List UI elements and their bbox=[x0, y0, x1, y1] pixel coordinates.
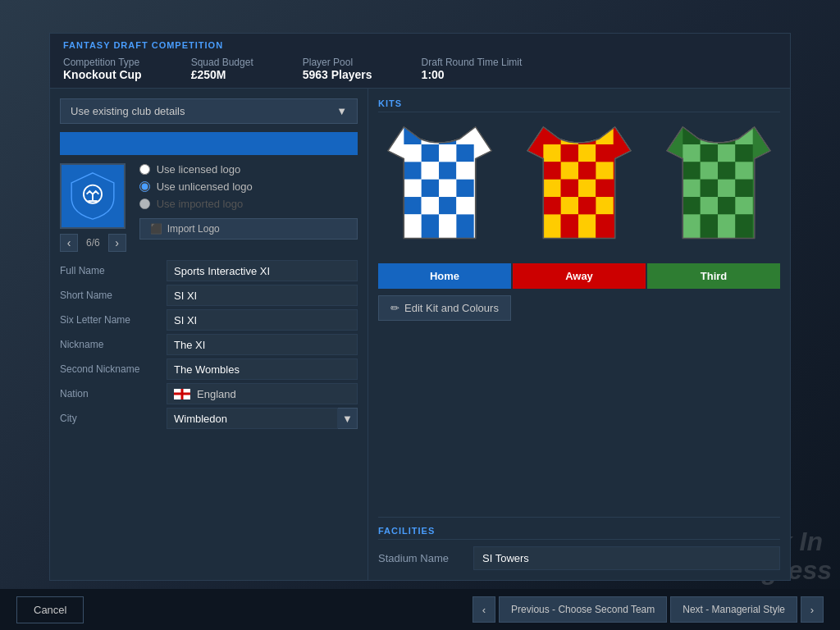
svg-rect-44 bbox=[578, 197, 596, 214]
svg-rect-30 bbox=[543, 144, 560, 162]
edit-kit-button[interactable]: ✏ Edit Kit and Colours bbox=[378, 295, 511, 321]
nation-label: Nation bbox=[60, 388, 167, 399]
svg-rect-34 bbox=[543, 162, 560, 179]
edit-kit-icon: ✏ bbox=[390, 302, 399, 314]
nickname-row: Nickname bbox=[60, 334, 358, 355]
kits-display bbox=[378, 119, 780, 250]
imported-logo-option[interactable]: Use imported logo bbox=[139, 198, 358, 210]
svg-rect-19 bbox=[422, 197, 439, 214]
svg-rect-24 bbox=[439, 214, 456, 238]
unlicensed-logo-radio[interactable] bbox=[139, 181, 150, 192]
svg-rect-63 bbox=[701, 180, 718, 197]
svg-rect-46 bbox=[543, 214, 560, 238]
draft-round-group: Draft Round Time Limit 1:00 bbox=[422, 57, 523, 81]
second-nickname-row: Second Nickname bbox=[60, 358, 358, 380]
away-kit-shirt bbox=[518, 119, 641, 250]
logo-options: Use licensed logo Use unlicensed logo Us… bbox=[139, 163, 358, 240]
right-panel: KITS bbox=[368, 89, 790, 580]
svg-rect-59 bbox=[701, 162, 718, 179]
city-input[interactable] bbox=[167, 408, 338, 429]
svg-rect-33 bbox=[596, 144, 613, 162]
licensed-logo-option[interactable]: Use licensed logo bbox=[139, 163, 358, 176]
svg-rect-14 bbox=[404, 180, 421, 197]
svg-rect-55 bbox=[701, 144, 718, 162]
city-row: City ▼ bbox=[60, 408, 358, 429]
svg-rect-45 bbox=[596, 197, 613, 214]
second-nickname-label: Second Nickname bbox=[60, 363, 167, 375]
six-letter-label: Six Letter Name bbox=[60, 314, 167, 326]
full-name-input[interactable] bbox=[167, 260, 358, 281]
competition-type-value: Knockout Cup bbox=[63, 68, 142, 81]
player-pool-group: Player Pool 5963 Players bbox=[303, 57, 372, 81]
svg-rect-37 bbox=[596, 162, 613, 179]
logo-prev-button[interactable]: ‹ bbox=[60, 234, 78, 252]
logo-next-button[interactable]: › bbox=[108, 234, 126, 252]
away-kit-button[interactable]: Away bbox=[513, 263, 646, 289]
home-kit-button[interactable]: Home bbox=[378, 263, 511, 289]
england-flag-icon bbox=[174, 389, 190, 399]
unlicensed-logo-option[interactable]: Use unlicensed logo bbox=[139, 180, 358, 193]
svg-rect-11 bbox=[422, 162, 439, 179]
nation-field: England bbox=[167, 383, 358, 404]
stadium-row: Stadium Name bbox=[378, 546, 780, 570]
logo-container: ‹ 6/6 › bbox=[60, 163, 126, 252]
player-pool-label: Player Pool bbox=[303, 57, 372, 68]
city-label: City bbox=[60, 413, 167, 424]
six-letter-row: Six Letter Name bbox=[60, 309, 358, 331]
svg-rect-17 bbox=[456, 180, 473, 197]
svg-rect-69 bbox=[735, 197, 752, 214]
short-name-input[interactable] bbox=[167, 285, 358, 306]
svg-rect-21 bbox=[456, 197, 473, 214]
svg-rect-73 bbox=[735, 214, 752, 238]
stadium-name-input[interactable] bbox=[473, 546, 780, 570]
header-stats: Competition Type Knockout Cup Squad Budg… bbox=[63, 57, 777, 81]
prev-arrow-button[interactable]: ‹ bbox=[472, 596, 495, 623]
svg-rect-71 bbox=[701, 214, 718, 238]
third-kit-button[interactable]: Third bbox=[647, 263, 780, 289]
import-logo-button[interactable]: ⬛ Import Logo bbox=[139, 218, 358, 240]
svg-rect-18 bbox=[404, 197, 421, 214]
radio-options: Use licensed logo Use unlicensed logo Us… bbox=[139, 163, 358, 210]
competition-type-label: Competition Type bbox=[63, 57, 142, 68]
svg-rect-48 bbox=[578, 214, 596, 238]
existing-club-dropdown[interactable]: Use existing club details ▼ bbox=[60, 98, 358, 124]
svg-rect-41 bbox=[596, 180, 613, 197]
city-dropdown-arrow[interactable]: ▼ bbox=[338, 408, 358, 429]
nav-buttons: ‹ Previous - Choose Second Team Next - M… bbox=[472, 596, 824, 623]
svg-rect-16 bbox=[439, 180, 456, 197]
nickname-input[interactable] bbox=[167, 334, 358, 355]
svg-rect-43 bbox=[561, 197, 578, 214]
nation-row: Nation England bbox=[60, 383, 358, 404]
prev-nav-button[interactable]: Previous - Choose Second Team bbox=[499, 596, 667, 623]
second-nickname-input[interactable] bbox=[167, 358, 358, 380]
main-modal: FANTASY DRAFT COMPETITION Competition Ty… bbox=[49, 33, 791, 581]
competition-type-group: Competition Type Knockout Cup bbox=[63, 57, 142, 81]
svg-rect-61 bbox=[735, 162, 752, 179]
svg-rect-13 bbox=[456, 162, 473, 179]
dropdown-arrow-icon: ▼ bbox=[336, 105, 347, 117]
licensed-logo-radio[interactable] bbox=[139, 164, 150, 175]
next-arrow-button[interactable]: › bbox=[801, 596, 824, 623]
city-dropdown: ▼ bbox=[167, 408, 358, 429]
svg-rect-15 bbox=[422, 180, 439, 197]
svg-rect-25 bbox=[456, 214, 473, 238]
squad-budget-group: Squad Budget £250M bbox=[191, 57, 253, 81]
svg-rect-66 bbox=[682, 197, 700, 214]
facilities-section: FACILITIES Stadium Name bbox=[378, 517, 780, 570]
svg-rect-23 bbox=[422, 214, 439, 238]
import-icon: ⬛ bbox=[150, 223, 162, 235]
form-grid: Full Name Short Name Six Letter Name Nic… bbox=[60, 260, 358, 429]
svg-rect-39 bbox=[561, 180, 578, 197]
cancel-button[interactable]: Cancel bbox=[16, 596, 84, 623]
next-nav-button[interactable]: Next - Managerial Style bbox=[670, 596, 797, 623]
left-panel: Use existing club details ▼ bbox=[50, 89, 368, 580]
six-letter-input[interactable] bbox=[167, 309, 358, 331]
svg-rect-10 bbox=[404, 162, 421, 179]
home-kit-shirt bbox=[378, 119, 501, 250]
imported-logo-radio[interactable] bbox=[139, 199, 150, 209]
svg-rect-65 bbox=[735, 180, 752, 197]
team-name-bar bbox=[60, 132, 358, 155]
nation-value: England bbox=[197, 388, 236, 400]
short-name-row: Short Name bbox=[60, 285, 358, 306]
svg-rect-42 bbox=[543, 197, 560, 214]
